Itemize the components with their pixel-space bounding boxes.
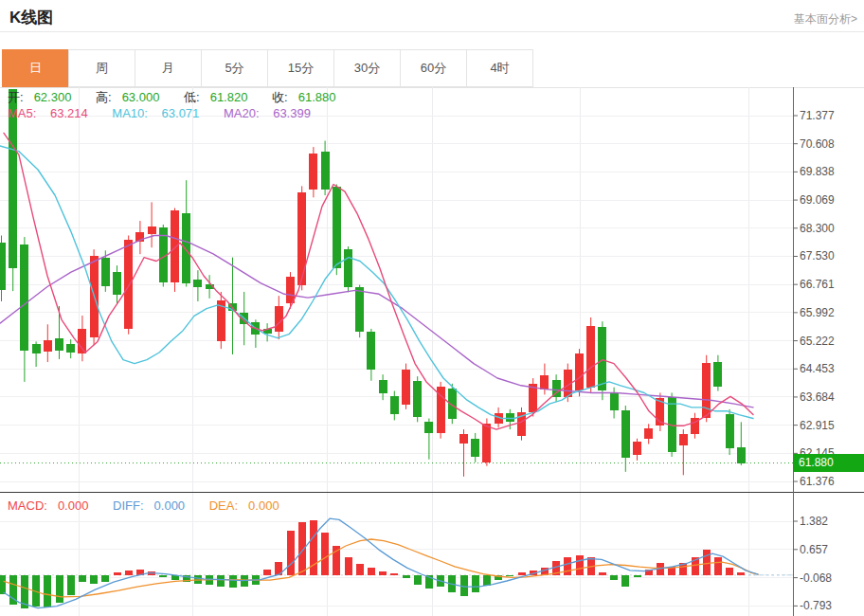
tab-15min[interactable]: 15分 — [267, 49, 334, 87]
macd-readout: MACD:0.000 DIFF:0.000 DEA:0.000 — [8, 498, 300, 513]
ma-readout: MA5: 63.214 MA10: 63.071 MA20: 63.399 — [8, 106, 332, 120]
price-axis-label: 64.453 — [800, 362, 835, 375]
tab-30min[interactable]: 30分 — [333, 49, 401, 87]
high-label: 高: — [96, 90, 112, 104]
low-label: 低: — [184, 90, 200, 104]
kline-chart-area[interactable]: 71.37770.60869.83869.06968.30067.53066.7… — [0, 87, 864, 616]
current-price-badge: 61.880 — [794, 454, 864, 472]
macd-axis-label: -0.793 — [800, 599, 832, 612]
tab-60min[interactable]: 60分 — [400, 49, 467, 87]
open-label: 开: — [8, 90, 24, 104]
fundamental-analysis-link[interactable]: 基本面分析> — [794, 11, 857, 27]
low-value: 61.820 — [210, 90, 248, 104]
price-axis-label: 65.222 — [800, 335, 835, 348]
ma5-value: 63.214 — [50, 106, 88, 120]
ma10-value: 63.071 — [162, 106, 200, 120]
price-axis-label: 63.684 — [800, 390, 835, 404]
diff-label: DIFF: — [113, 498, 144, 513]
header-divider — [0, 31, 864, 32]
high-value: 63.000 — [122, 90, 160, 104]
close-value: 61.880 — [298, 90, 336, 104]
ohlc-readout: 开:62.300 高:63.000 低:61.820 收:61.880 — [8, 89, 356, 106]
price-axis-label: 68.300 — [800, 222, 835, 235]
dea-value: 0.000 — [248, 498, 279, 513]
macd-axis-label: -0.068 — [800, 571, 832, 585]
price-axis-label: 62.915 — [800, 419, 835, 432]
macd-label: MACD: — [8, 498, 47, 513]
interval-tabbar: 日 周 月 5分 15分 30分 60分 4时 — [2, 49, 533, 87]
tab-week[interactable]: 周 — [68, 49, 135, 87]
macd-axis-label: 0.657 — [800, 543, 828, 556]
candlestick-macd-chart[interactable]: 71.37770.60869.83869.06968.30067.53066.7… — [0, 87, 864, 616]
ma10-label: MA10: — [112, 106, 148, 120]
open-value: 62.300 — [34, 90, 72, 104]
page-title: K线图 — [9, 7, 53, 28]
ma5-label: MA5: — [8, 106, 36, 120]
price-axis-label: 70.608 — [800, 137, 835, 151]
close-label: 收: — [272, 90, 288, 104]
tab-4hour[interactable]: 4时 — [466, 49, 533, 87]
price-axis-label: 69.838 — [800, 165, 835, 178]
price-axis-label: 66.761 — [800, 278, 835, 291]
tab-month[interactable]: 月 — [135, 49, 202, 87]
ma20-value: 63.399 — [273, 106, 311, 120]
price-axis-label: 71.377 — [800, 109, 835, 122]
price-axis-label: 67.530 — [800, 249, 835, 263]
tab-day[interactable]: 日 — [2, 49, 69, 87]
macd-axis-label: 1.382 — [800, 515, 828, 528]
tab-5min[interactable]: 5分 — [201, 49, 268, 87]
dea-label: DEA: — [209, 498, 238, 513]
macd-value: 0.000 — [58, 498, 89, 513]
diff-value: 0.000 — [154, 498, 186, 513]
price-axis-label: 65.992 — [800, 306, 835, 319]
price-axis-label: 69.069 — [800, 193, 835, 207]
ma20-label: MA20: — [224, 106, 260, 120]
price-axis-label: 61.376 — [800, 475, 835, 488]
